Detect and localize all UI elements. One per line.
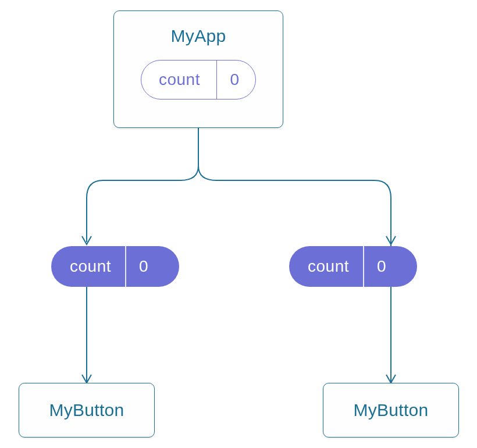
prop-pill-left: count 0: [51, 246, 179, 287]
state-label: count: [141, 61, 216, 99]
prop-pill-right: count 0: [289, 246, 417, 287]
myapp-title: MyApp: [171, 26, 226, 46]
prop-value-right: 0: [364, 246, 404, 287]
mybutton-left-node: MyButton: [19, 383, 155, 438]
myapp-node: MyApp count 0: [113, 10, 283, 128]
prop-value-left: 0: [126, 246, 166, 287]
prop-label-right: count: [289, 246, 363, 287]
prop-label-left: count: [51, 246, 125, 287]
mybutton-right-node: MyButton: [323, 383, 459, 438]
mybutton-left-title: MyButton: [49, 400, 124, 420]
state-value: 0: [217, 61, 255, 99]
state-pill: count 0: [141, 60, 256, 99]
mybutton-right-title: MyButton: [353, 400, 428, 420]
